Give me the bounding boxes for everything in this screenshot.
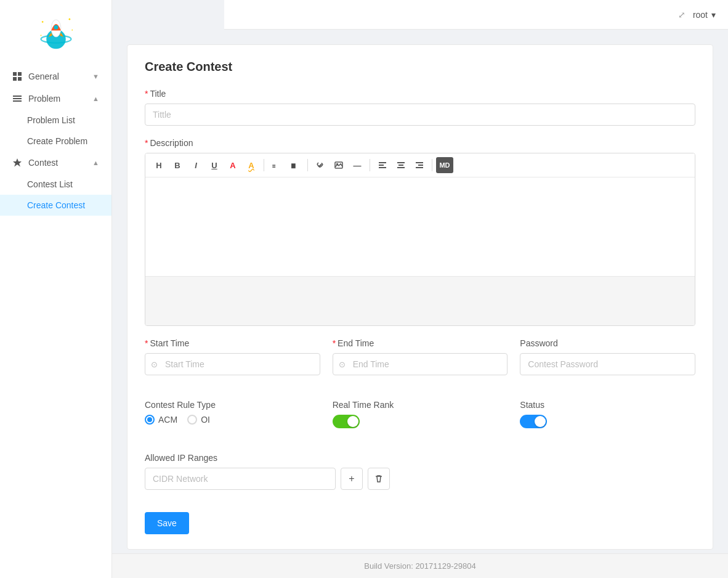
end-time-label: * End Time bbox=[333, 338, 508, 348]
contest-icon bbox=[12, 158, 22, 168]
toolbar-font-color-btn[interactable]: A bbox=[224, 157, 241, 173]
ip-ranges-row: + bbox=[145, 468, 695, 490]
description-section: * Description H B I U A A ≡ bbox=[145, 138, 695, 326]
editor-toolbar: H B I U A A ≡ ≣ bbox=[145, 153, 695, 177]
start-time-input-wrapper: ⊙ bbox=[145, 353, 320, 375]
toolbar-i-btn[interactable]: I bbox=[187, 157, 204, 173]
sidebar-item-contest-list[interactable]: Contest List bbox=[0, 174, 111, 195]
toolbar-unordered-list-btn[interactable]: ≣ bbox=[286, 157, 304, 173]
toolbar-markdown-btn[interactable]: MD bbox=[436, 157, 453, 173]
svg-point-6 bbox=[71, 30, 73, 31]
svg-rect-26 bbox=[418, 165, 423, 166]
add-ip-button[interactable]: + bbox=[341, 468, 363, 490]
svg-point-5 bbox=[68, 18, 70, 20]
end-time-input-wrapper: ⊙ bbox=[333, 353, 508, 375]
svg-rect-8 bbox=[13, 72, 17, 76]
end-time-input[interactable] bbox=[333, 353, 508, 375]
resize-icon[interactable]: ⤢ bbox=[678, 10, 686, 20]
svg-rect-25 bbox=[416, 162, 423, 163]
svg-point-4 bbox=[41, 21, 43, 23]
description-label: * Description bbox=[145, 138, 695, 148]
clock-icon-start: ⊙ bbox=[151, 360, 158, 369]
save-button[interactable]: Save bbox=[145, 512, 189, 534]
toolbar-image-btn[interactable] bbox=[330, 157, 347, 173]
topbar: ⤢ root ▾ bbox=[224, 0, 728, 30]
svg-rect-21 bbox=[379, 167, 386, 168]
description-required: * bbox=[145, 138, 148, 148]
status-label: Status bbox=[520, 400, 695, 410]
toolbar-align-left-btn[interactable] bbox=[374, 157, 391, 173]
svg-rect-27 bbox=[416, 167, 423, 168]
toolbar-link-btn[interactable] bbox=[312, 157, 329, 173]
oi-radio-item[interactable]: OI bbox=[187, 415, 210, 425]
password-section: Password bbox=[520, 338, 695, 375]
real-time-rank-toggle[interactable] bbox=[333, 415, 360, 428]
general-label: General bbox=[28, 71, 59, 81]
svg-rect-23 bbox=[398, 165, 403, 166]
ip-ranges-section: Allowed IP Ranges + bbox=[145, 453, 695, 490]
rule-rank-status-row: Contest Rule Type ACM OI bbox=[145, 400, 695, 441]
sidebar-item-create-contest[interactable]: Create Contest bbox=[0, 195, 111, 216]
toolbar-highlight-btn[interactable]: A bbox=[243, 157, 260, 173]
real-time-rank-label: Real Time Rank bbox=[333, 400, 508, 410]
title-label: * Title bbox=[145, 89, 695, 99]
svg-rect-19 bbox=[379, 162, 386, 163]
real-time-rank-thumb bbox=[347, 416, 358, 427]
start-time-input[interactable] bbox=[145, 353, 320, 375]
logo-area bbox=[0, 0, 111, 63]
time-password-row: * Start Time ⊙ * End Time ⊙ bbox=[145, 338, 695, 388]
ip-ranges-label: Allowed IP Ranges bbox=[145, 453, 695, 463]
end-time-required: * bbox=[333, 338, 336, 348]
toolbar-sep2 bbox=[307, 159, 308, 171]
sidebar-menu: General ▼ Problem ▲ Problem List Create … bbox=[0, 63, 111, 578]
user-chevron: ▾ bbox=[711, 10, 716, 20]
sidebar: General ▼ Problem ▲ Problem List Create … bbox=[0, 0, 112, 578]
toolbar-ordered-list-btn[interactable]: ≡ bbox=[268, 157, 285, 173]
editor-wrapper: H B I U A A ≡ ≣ bbox=[145, 153, 695, 326]
status-section: Status bbox=[520, 400, 695, 428]
svg-point-3 bbox=[54, 25, 58, 30]
editor-footer bbox=[145, 276, 695, 325]
delete-ip-button[interactable] bbox=[368, 468, 390, 490]
user-menu[interactable]: root ▾ bbox=[693, 10, 716, 20]
toolbar-align-right-btn[interactable] bbox=[411, 157, 428, 173]
cidr-input[interactable] bbox=[145, 468, 336, 490]
real-time-rank-track bbox=[333, 415, 360, 428]
toolbar-b-btn[interactable]: B bbox=[169, 157, 186, 173]
sidebar-item-contest[interactable]: Contest ▲ bbox=[0, 152, 111, 174]
toolbar-hr-btn[interactable]: — bbox=[349, 157, 366, 173]
main-area: ⤢ root ▾ Create Contest * Title * Descri… bbox=[112, 0, 728, 578]
svg-rect-13 bbox=[13, 98, 22, 99]
acm-radio-item[interactable]: ACM bbox=[145, 415, 177, 425]
page-card: Create Contest * Title * Description H bbox=[127, 44, 713, 550]
problem-icon bbox=[12, 94, 22, 104]
footer: Build Version: 20171129-29804 bbox=[112, 553, 728, 578]
toolbar-align-center-btn[interactable] bbox=[392, 157, 410, 173]
content-area: Create Contest * Title * Description H bbox=[112, 30, 728, 553]
oi-label: OI bbox=[201, 415, 210, 425]
toolbar-u-btn[interactable]: U bbox=[206, 157, 223, 173]
oi-radio-circle bbox=[187, 415, 197, 425]
sidebar-item-general[interactable]: General ▼ bbox=[0, 65, 111, 88]
toolbar-sep4 bbox=[432, 159, 432, 171]
password-input[interactable] bbox=[520, 353, 695, 375]
status-track bbox=[520, 415, 547, 428]
editor-body[interactable] bbox=[145, 177, 695, 276]
sidebar-item-problem-list[interactable]: Problem List bbox=[0, 110, 111, 131]
contest-rule-label: Contest Rule Type bbox=[145, 400, 320, 410]
svg-text:≡: ≡ bbox=[272, 163, 276, 169]
title-input[interactable] bbox=[145, 104, 695, 126]
rule-type-radio-group: ACM OI bbox=[145, 415, 320, 425]
contest-label: Contest bbox=[28, 158, 58, 168]
problem-label: Problem bbox=[28, 94, 60, 104]
toolbar-h-btn[interactable]: H bbox=[150, 157, 168, 173]
toolbar-sep3 bbox=[370, 159, 370, 171]
sidebar-item-problem[interactable]: Problem ▲ bbox=[0, 88, 111, 110]
page-title: Create Contest bbox=[145, 60, 695, 74]
status-toggle[interactable] bbox=[520, 415, 547, 428]
svg-rect-20 bbox=[379, 165, 384, 166]
sidebar-item-create-problem[interactable]: Create Problem bbox=[0, 131, 111, 152]
general-arrow: ▼ bbox=[92, 73, 99, 80]
svg-rect-24 bbox=[397, 167, 405, 168]
username: root bbox=[693, 10, 708, 20]
